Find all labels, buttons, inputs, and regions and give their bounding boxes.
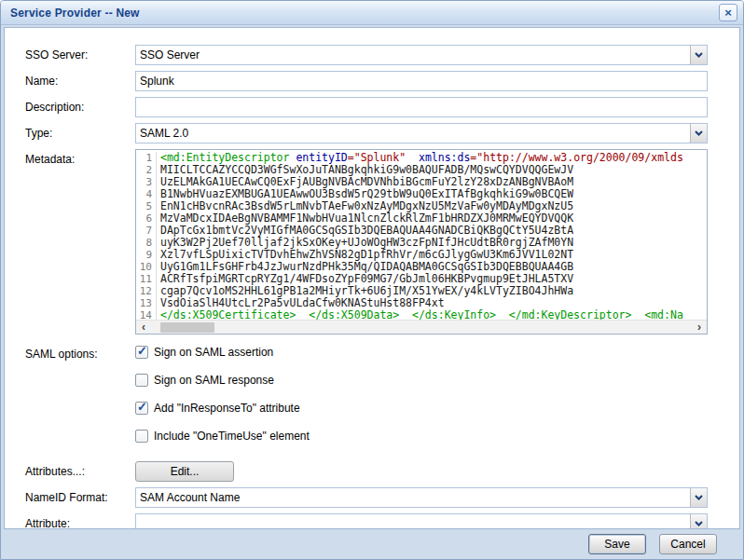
attribute-label: Attribute:: [25, 513, 135, 529]
check-icon: ✓: [137, 400, 147, 414]
attributes-row: Attributes...: Edit...: [25, 461, 708, 482]
sign-on-saml-assertion-row: ✓Sign on SAML assertion: [135, 344, 708, 361]
line-number: 1: [136, 152, 157, 164]
line-number: 7: [136, 225, 157, 237]
scrollbar-track[interactable]: [151, 321, 692, 334]
line-number: 11: [136, 273, 157, 285]
sso-server-row: SSO Server: SSO Server: [25, 45, 708, 65]
line-number: 4: [136, 188, 157, 200]
code-line-text: VsdOiaSlH4UtcLr2Pa5vULdaCfw0KNAStuHst88F…: [157, 297, 445, 309]
line-number: 10: [136, 261, 157, 273]
code-line-text: EnN1cHBvcnRAc3BsdW5rLmNvbTAeFw0xNzAyMDgx…: [157, 200, 573, 212]
titlebar: Service Provider -- New ×: [1, 1, 743, 25]
save-button[interactable]: Save: [588, 534, 646, 554]
code-line: 10UyG1Gm1LFsGHFrb4JzJwurNzdPHk35Mq/QIDAQ…: [136, 261, 707, 273]
saml-options-list: ✓Sign on SAML assertionSign on SAML resp…: [135, 344, 708, 456]
sign-on-saml-assertion-label[interactable]: Sign on SAML assertion: [154, 346, 273, 359]
type-row: Type: SAML 2.0: [25, 123, 708, 143]
line-number: 5: [136, 200, 157, 212]
code-line-text: <md:EntityDescriptor entityID="Splunk" x…: [157, 152, 683, 164]
code-line-text: ACRfTsfpiMGRTcpRYZg1/4WFDsoZYpF09MG7/GbJ…: [157, 273, 573, 285]
saml-options-label: SAML options:: [25, 344, 135, 361]
line-number: 14: [136, 309, 157, 320]
line-number: 2: [136, 164, 157, 176]
code-line-text: DApTcGx1bmtVc2VyMIGfMA0GCSqGSIb3DQEBAQUA…: [157, 225, 573, 237]
add-inresponseto-attribute-checkbox[interactable]: ✓: [135, 402, 148, 415]
code-line-text: UzELMAkGA1UECAwCQ0ExFjAUBgNVBAcMDVNhbiBG…: [157, 176, 573, 188]
chevron-down-icon[interactable]: [690, 514, 707, 529]
sso-server-value: SSO Server: [136, 48, 203, 61]
type-label: Type:: [25, 123, 135, 140]
code-line-text: UyG1Gm1LFsGHFrb4JzJwurNzdPHk35Mq/QIDAQAB…: [157, 261, 573, 273]
cancel-button[interactable]: Cancel: [659, 534, 717, 554]
code-line-text: cgap7Qcv1oMS2HHL61gPB1a2MHiyrTk+6U6jIM/X…: [157, 285, 573, 297]
code-line: 2MIICLTCCAZYCCQD3WGfSwXoJuTANBgkqhkiG9w0…: [136, 164, 707, 176]
code-line: 5EnN1cHBvcnRAc3BsdW5rLmNvbTAeFw0xNzAyMDg…: [136, 200, 707, 212]
metadata-editor[interactable]: 1<md:EntityDescriptor entityID="Splunk" …: [135, 149, 708, 335]
description-row: Description:: [25, 97, 708, 117]
dialog-body: SSO Server: SSO Server Name: Description…: [4, 27, 740, 529]
line-number: 12: [136, 285, 157, 297]
nameid-format-select[interactable]: SAM Account Name: [135, 487, 708, 508]
code-line-text: Xzl7vfLSpUixicTVTDvhEhwZhVSN82gD1pfRhVr/…: [157, 249, 573, 261]
code-line-text: MzVaMDcxIDAeBgNVBAMMF1NwbHVua1NlcnZlckRl…: [157, 212, 573, 225]
type-select[interactable]: SAML 2.0: [135, 123, 708, 143]
code-line-text: MIICLTCCAZYCCQD3WGfSwXoJuTANBgkqhkiG9w0B…: [157, 164, 573, 176]
dialog-title: Service Provider -- New: [10, 7, 140, 20]
sign-on-saml-assertion-checkbox[interactable]: ✓: [135, 346, 148, 359]
add-inresponseto-attribute-label[interactable]: Add "InResponseTo" attribute: [154, 402, 300, 415]
code-line: 6MzVaMDcxIDAeBgNVBAMMF1NwbHVua1NlcnZlckR…: [136, 212, 707, 225]
code-line: 12cgap7Qcv1oMS2HHL61gPB1a2MHiyrTk+6U6jIM…: [136, 285, 707, 297]
check-icon: ✓: [137, 344, 147, 358]
close-button[interactable]: ×: [719, 4, 737, 21]
nameid-format-value: SAM Account Name: [136, 491, 243, 504]
include-onetimeuse-element-row: Include "OneTimeUse" element: [135, 428, 708, 444]
code-line: 3UzELMAkGA1UECAwCQ0ExFjAUBgNVBAcMDVNhbiB…: [136, 176, 707, 188]
chevron-down-icon[interactable]: [690, 488, 707, 507]
code-line: 4B1NwbHVuazEXMBUGA1UEAwwOU3BsdW5rQ29tbW9…: [136, 188, 707, 200]
add-inresponseto-attribute-row: ✓Add "InResponseTo" attribute: [135, 400, 708, 417]
code-line: 1<md:EntityDescriptor entityID="Splunk" …: [136, 152, 707, 164]
include-onetimeuse-element-label[interactable]: Include "OneTimeUse" element: [154, 430, 310, 443]
sign-on-saml-response-row: Sign on SAML response: [135, 372, 708, 389]
horizontal-scrollbar[interactable]: ‹ ›: [136, 320, 707, 334]
dialog-footer: Save Cancel: [1, 529, 743, 559]
include-onetimeuse-element-checkbox[interactable]: [135, 430, 148, 443]
code-lines: 1<md:EntityDescriptor entityID="Splunk" …: [136, 150, 707, 320]
attribute-select[interactable]: [135, 513, 708, 529]
code-line: 7DApTcGx1bmtVc2VyMIGfMA0GCSqGSIb3DQEBAQU…: [136, 225, 707, 237]
nameid-format-row: NameID Format: SAM Account Name: [25, 487, 708, 508]
code-line: 9Xzl7vfLSpUixicTVTDvhEhwZhVSN82gD1pfRhVr…: [136, 249, 707, 261]
line-number: 13: [136, 297, 157, 309]
code-line: 13VsdOiaSlH4UtcLr2Pa5vULdaCfw0KNAStuHst8…: [136, 297, 707, 309]
service-provider-dialog: Service Provider -- New × SSO Server: SS…: [0, 0, 744, 560]
attribute-row: Attribute:: [25, 513, 708, 529]
code-line-text: uyK3W2Pj2Uef70lljaf2jkSxOKey+UJoWOgHW3cz…: [157, 237, 573, 249]
attributes-label: Attributes...:: [25, 461, 135, 478]
sign-on-saml-response-checkbox[interactable]: [135, 374, 148, 387]
name-row: Name:: [25, 71, 708, 91]
edit-attributes-button[interactable]: Edit...: [135, 461, 234, 482]
code-line: 14</ds:X509Certificate> </ds:X509Data> <…: [136, 309, 707, 320]
line-number: 6: [136, 212, 157, 225]
scrollbar-thumb[interactable]: [160, 322, 214, 333]
scroll-left-icon[interactable]: ‹: [136, 321, 151, 335]
line-number: 9: [136, 249, 157, 261]
code-line: 8uyK3W2Pj2Uef70lljaf2jkSxOKey+UJoWOgHW3c…: [136, 237, 707, 249]
type-value: SAML 2.0: [136, 127, 192, 140]
sso-server-label: SSO Server:: [25, 45, 135, 61]
scroll-right-icon[interactable]: ›: [692, 321, 707, 335]
description-input[interactable]: [135, 97, 708, 117]
close-icon: ×: [724, 7, 732, 19]
metadata-label: Metadata:: [25, 149, 135, 166]
name-input[interactable]: [135, 71, 708, 91]
sso-server-select[interactable]: SSO Server: [135, 45, 708, 65]
chevron-down-icon[interactable]: [690, 124, 707, 143]
chevron-down-icon[interactable]: [690, 46, 707, 64]
code-line-text: B1NwbHVuazEXMBUGA1UEAwwOU3BsdW5rQ29tbW9u…: [157, 188, 573, 200]
name-label: Name:: [25, 71, 135, 88]
saml-options-row: SAML options: ✓Sign on SAML assertionSig…: [25, 344, 708, 456]
code-line: 11ACRfTsfpiMGRTcpRYZg1/4WFDsoZYpF09MG7/G…: [136, 273, 707, 285]
line-number: 3: [136, 176, 157, 188]
sign-on-saml-response-label[interactable]: Sign on SAML response: [154, 374, 274, 387]
